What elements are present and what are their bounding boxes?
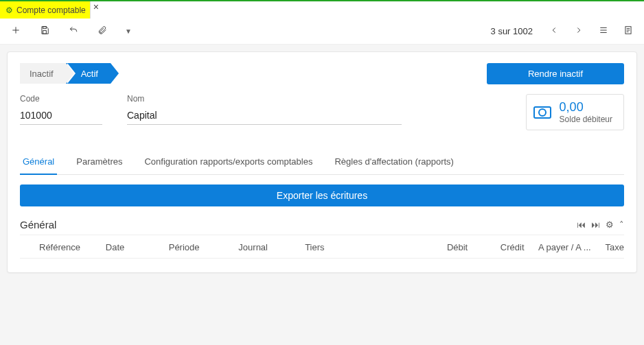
balance-text: 0,00 Solde débiteur [560,100,612,124]
undo-icon[interactable] [67,25,80,37]
tab-strip: ⚙ Compte comptable × [0,0,644,19]
list-view-icon[interactable] [597,25,610,37]
balance-box: 0,00 Solde débiteur [526,94,624,130]
svg-rect-3 [43,31,47,34]
page-sep: sur [498,26,510,36]
gear-icon: ⚙ [5,5,13,15]
col-credit[interactable]: Crédit [468,242,524,252]
tab-title: Compte comptable [16,5,86,15]
page-current: 3 [491,26,496,36]
save-icon[interactable] [38,25,51,37]
tab-parametres[interactable]: Paramètres [73,151,125,175]
balance-amount: 0,00 [560,100,612,115]
settings-icon[interactable]: ⚙ [606,219,614,230]
rendre-inactif-button[interactable]: Rendre inactif [487,63,624,84]
col-periode[interactable]: Période [169,242,239,252]
col-journal[interactable]: Journal [238,242,305,252]
nom-input[interactable] [127,108,402,125]
balance-label: Solde débiteur [560,115,612,124]
top-row: Inactif Actif Rendre inactif [20,63,624,84]
status-actif-label: Actif [81,69,98,79]
col-debit[interactable]: Débit [404,242,468,252]
code-input[interactable] [20,108,102,125]
section-tools: ⏮ ⏭ ⚙ ˄ [577,219,624,230]
tab-compte-comptable[interactable]: ⚙ Compte comptable [0,1,91,19]
col-date[interactable]: Date [106,242,169,252]
col-taxe[interactable]: Taxe [591,242,624,252]
toolbar-left: ▼ [10,25,132,37]
tab-configuration[interactable]: Configuration rapports/exports comptable… [141,151,315,175]
tab-general[interactable]: Général [20,151,57,175]
status-breadcrumb: Inactif Actif [20,63,111,84]
card: Inactif Actif Rendre inactif Code Nom 0,… [7,51,637,273]
money-icon [533,106,551,119]
last-page-icon[interactable]: ⏭ [591,219,600,230]
collapse-icon[interactable]: ˄ [619,219,624,230]
field-nom: Nom [127,94,402,125]
section-header: Général ⏮ ⏭ ⚙ ˄ [20,219,624,235]
chevron-down-icon[interactable]: ▼ [125,27,132,35]
status-inactif-label: Inactif [30,69,54,79]
code-label: Code [20,94,102,104]
status-inactif[interactable]: Inactif [20,63,66,84]
tabs-nav: Général Paramètres Configuration rapport… [20,151,624,175]
content: Inactif Actif Rendre inactif Code Nom 0,… [0,45,644,273]
toolbar-right: 3 sur 1002 [491,25,634,37]
svg-rect-2 [43,27,47,29]
first-page-icon[interactable]: ⏮ [577,219,586,230]
next-icon[interactable] [573,25,585,37]
page-total: 1002 [513,26,533,36]
page-indicator: 3 sur 1002 [491,26,533,36]
grid-header: Référence Date Période Journal Tiers Déb… [20,235,624,259]
prev-icon[interactable] [548,25,560,37]
attachment-icon[interactable] [96,25,108,37]
form-view-icon[interactable] [622,25,634,37]
add-icon[interactable] [10,25,22,37]
section-title: Général [20,219,56,230]
col-reference[interactable]: Référence [39,242,106,252]
field-code: Code [20,94,102,125]
nom-label: Nom [127,94,402,104]
fields-row: Code Nom 0,00 Solde débiteur [20,94,624,130]
exporter-ecritures-button[interactable]: Exporter les écritures [20,185,624,206]
col-apayer[interactable]: A payer / A ... [525,242,591,252]
col-tiers[interactable]: Tiers [305,242,404,252]
toolbar: ▼ 3 sur 1002 [0,19,644,45]
tab-regles[interactable]: Règles d'affectation (rapports) [332,151,457,175]
close-icon[interactable]: × [91,1,102,12]
